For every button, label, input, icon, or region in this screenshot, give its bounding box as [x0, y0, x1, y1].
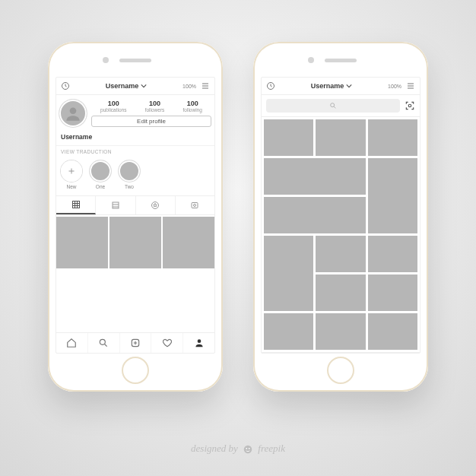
home-button[interactable]: [122, 357, 149, 384]
highlight-new[interactable]: New: [61, 160, 82, 189]
explore-tile[interactable]: [264, 313, 313, 350]
highlight-circle-icon: [119, 160, 140, 182]
explore-tile[interactable]: [368, 274, 417, 311]
svg-rect-3: [113, 202, 119, 208]
chevron-down-icon: [141, 83, 147, 89]
explore-tile[interactable]: [264, 197, 366, 233]
svg-rect-5: [192, 203, 198, 208]
highlights-row: New One Two: [56, 157, 214, 196]
explore-tile[interactable]: [316, 236, 365, 272]
explore-tile[interactable]: [316, 274, 365, 311]
nav-activity[interactable]: [357, 353, 389, 354]
profile-display-name: Username: [61, 133, 210, 141]
tab-star[interactable]: [136, 196, 176, 214]
nav-search[interactable]: [88, 333, 120, 353]
search-bar: [262, 95, 420, 117]
header-title[interactable]: Username: [75, 82, 178, 90]
profile-bio: Username: [56, 132, 214, 146]
profile-grid: [56, 215, 214, 268]
explore-tile[interactable]: [368, 313, 417, 350]
svg-point-18: [249, 448, 250, 449]
credit-line: designed by freepik: [0, 443, 476, 455]
bottom-nav: [262, 352, 420, 354]
svg-point-16: [244, 446, 252, 454]
phone-camera: [308, 57, 314, 63]
nav-profile[interactable]: [389, 353, 420, 354]
nav-home[interactable]: [262, 353, 294, 354]
clock-icon[interactable]: [266, 81, 275, 90]
screen-explore: Username 100%: [261, 77, 420, 354]
svg-point-1: [70, 107, 77, 114]
home-button[interactable]: [327, 357, 354, 384]
explore-tile[interactable]: [368, 236, 417, 272]
view-translation-link[interactable]: VIEW TRADUCTION: [56, 146, 214, 157]
header-title[interactable]: Username: [280, 82, 383, 90]
phone-camera: [103, 57, 109, 63]
stats-numbers: 100publications 100followers 100followin…: [91, 100, 211, 113]
stats-right: 100publications 100followers 100followin…: [91, 100, 211, 127]
stat-publications[interactable]: 100publications: [100, 100, 126, 113]
explore-tile[interactable]: [368, 158, 417, 233]
svg-point-12: [408, 104, 411, 107]
header-title-text: Username: [106, 82, 139, 90]
nav-home[interactable]: [56, 333, 88, 353]
chevron-down-icon: [346, 83, 352, 89]
grid-thumb[interactable]: [163, 217, 214, 268]
profile-stats-row: 100publications 100followers 100followin…: [56, 95, 214, 132]
profile-tabs: [56, 196, 214, 215]
highlight-circle-icon: [90, 160, 111, 182]
top-bar: Username 100%: [56, 78, 214, 95]
battery-label: 100%: [182, 84, 196, 89]
svg-rect-2: [72, 202, 79, 208]
explore-grid: [262, 117, 420, 352]
menu-icon[interactable]: [201, 81, 210, 90]
explore-tile[interactable]: [368, 119, 417, 156]
battery-label: 100%: [388, 84, 401, 89]
svg-point-17: [246, 448, 247, 449]
nav-add[interactable]: [325, 353, 357, 354]
explore-tile[interactable]: [264, 119, 313, 156]
search-icon: [329, 102, 337, 109]
nav-search[interactable]: [294, 353, 325, 354]
clock-icon[interactable]: [61, 81, 70, 90]
svg-point-6: [194, 205, 196, 207]
svg-point-7: [100, 339, 106, 344]
nav-profile[interactable]: [183, 333, 214, 353]
stat-following[interactable]: 100following: [183, 100, 202, 113]
nav-activity[interactable]: [151, 333, 183, 353]
highlight-one[interactable]: One: [90, 160, 111, 189]
menu-icon[interactable]: [406, 81, 415, 90]
edit-profile-button[interactable]: Edit profile: [91, 116, 211, 127]
svg-point-11: [331, 103, 335, 107]
tab-tagged[interactable]: [176, 196, 214, 214]
grid-thumb[interactable]: [109, 217, 161, 268]
explore-tile[interactable]: [264, 236, 313, 311]
avatar[interactable]: [59, 100, 87, 127]
header-title-text: Username: [311, 82, 344, 90]
tab-feed[interactable]: [96, 196, 135, 214]
screen-profile: Username 100% 100publications 100followe…: [56, 77, 215, 354]
phone-profile: Username 100% 100publications 100followe…: [48, 42, 223, 392]
stat-followers[interactable]: 100followers: [145, 100, 165, 113]
phone-explore: Username 100%: [253, 42, 428, 392]
explore-tile[interactable]: [316, 313, 365, 350]
freepik-logo-icon: [243, 444, 253, 455]
search-input[interactable]: [266, 99, 400, 113]
credit-brand: freepik: [258, 443, 285, 454]
phone-earpiece: [325, 59, 357, 62]
explore-tile[interactable]: [316, 119, 365, 156]
nav-add[interactable]: [120, 333, 152, 353]
bottom-nav: [56, 332, 214, 353]
scan-icon[interactable]: [405, 100, 415, 111]
grid-thumb[interactable]: [56, 217, 108, 268]
phone-earpiece: [119, 59, 151, 62]
tab-grid[interactable]: [56, 196, 96, 214]
credit-prefix: designed by: [191, 443, 238, 454]
highlight-two[interactable]: Two: [119, 160, 140, 189]
svg-point-9: [197, 339, 201, 343]
top-bar: Username 100%: [262, 78, 420, 95]
explore-tile[interactable]: [264, 158, 366, 195]
